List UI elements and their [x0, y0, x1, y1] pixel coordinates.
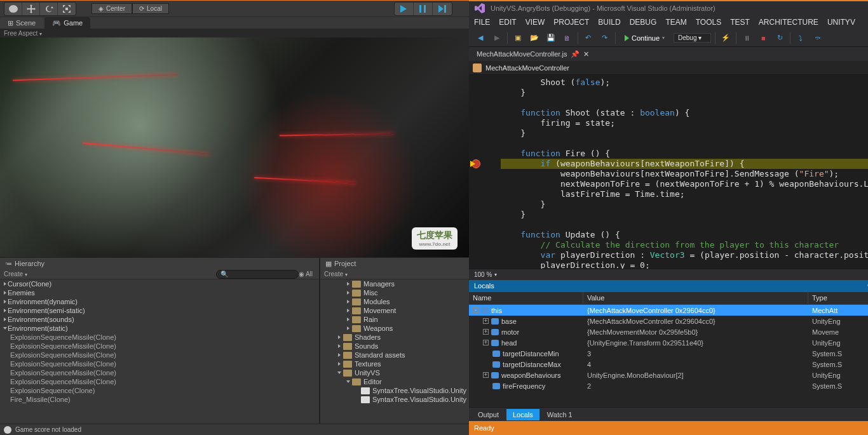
- project-item[interactable]: Movement: [332, 306, 469, 315]
- locals-row[interactable]: -this{MechAttackMoveController 0x29604cc…: [469, 305, 868, 316]
- tab-project[interactable]: ▦Project: [320, 258, 469, 269]
- hierarchy-item[interactable]: ExplosionSequence(Clone): [0, 386, 319, 395]
- project-item[interactable]: Textures: [332, 359, 469, 368]
- menu-unityv[interactable]: UNITYV: [827, 18, 855, 27]
- locals-row[interactable]: targetDistanceMin3System.S: [469, 348, 868, 359]
- move-tool[interactable]: [22, 3, 40, 15]
- menu-project[interactable]: PROJECT: [553, 18, 589, 27]
- hierarchy-item[interactable]: Environment(sounds): [0, 315, 319, 324]
- locals-row[interactable]: targetDistanceMax4System.S: [469, 359, 868, 370]
- menu-tools[interactable]: TOOLS: [696, 18, 721, 27]
- open-icon[interactable]: 📂: [528, 32, 541, 44]
- project-item[interactable]: Weapons: [332, 324, 469, 333]
- hierarchy-item[interactable]: ExplosionSequenceMissile(Clone): [0, 342, 319, 351]
- config-dropdown[interactable]: Debug ▾: [674, 33, 711, 43]
- step-over-icon[interactable]: ⤼: [811, 32, 824, 44]
- bottom-tab-locals[interactable]: Locals: [506, 409, 539, 420]
- locals-row[interactable]: fireFrequency2System.S: [469, 380, 868, 391]
- locals-header-type[interactable]: Type: [808, 292, 868, 304]
- pin-icon[interactable]: 📌: [571, 50, 580, 58]
- document-tab[interactable]: MechAttackMoveController.js 📌 ✕: [471, 48, 594, 60]
- hierarchy-item[interactable]: Environment(static): [0, 324, 319, 333]
- menu-build[interactable]: BUILD: [598, 18, 620, 27]
- locals-header-value[interactable]: Value: [583, 292, 808, 304]
- bottom-tab-watch1[interactable]: Watch 1: [541, 409, 579, 420]
- save-icon[interactable]: 💾: [545, 32, 557, 44]
- hierarchy-item[interactable]: Cursor(Clone): [0, 279, 319, 288]
- project-item[interactable]: Standard assets: [332, 351, 469, 359]
- project-item[interactable]: Editor: [332, 377, 469, 386]
- locals-header-name[interactable]: Name: [469, 292, 583, 304]
- hierarchy-item[interactable]: ExplosionSequenceMissile(Clone): [0, 368, 319, 377]
- hierarchy-item[interactable]: ExplosionSequenceMissile(Clone): [0, 333, 319, 342]
- watermark: 七度苹果 www.7do.net: [412, 227, 458, 250]
- vs-nav-bar[interactable]: MechAttackMoveController: [469, 61, 868, 75]
- code-editor[interactable]: Shoot (false); } function Shoot (state :…: [469, 75, 868, 269]
- unity-editor: ◈Center ⟳Local ⊞Scene 🎮Game Free Aspect …: [0, 0, 469, 435]
- aspect-dropdown[interactable]: Free Aspect ▾: [4, 30, 42, 37]
- scale-tool[interactable]: [58, 3, 76, 15]
- menu-file[interactable]: FILE: [474, 18, 490, 27]
- nav-fwd-icon[interactable]: ▶: [491, 32, 503, 44]
- step-into-icon[interactable]: ⤵: [794, 32, 807, 44]
- close-icon[interactable]: ✕: [583, 50, 589, 58]
- hierarchy-item[interactable]: Fire_Missile(Clone): [0, 395, 319, 404]
- play-button[interactable]: [395, 3, 414, 15]
- project-item[interactable]: Sounds: [332, 342, 469, 351]
- pivot-local-button[interactable]: ⟳Local: [132, 3, 169, 14]
- hierarchy-search[interactable]: 🔍: [216, 270, 299, 279]
- game-view[interactable]: 七度苹果 www.7do.net: [0, 37, 469, 257]
- hand-tool[interactable]: [4, 3, 22, 15]
- save-all-icon[interactable]: 🗎: [561, 32, 574, 44]
- tab-hierarchy[interactable]: ≔Hierarchy: [0, 258, 319, 269]
- vs-toolbar: ◀ ▶ ▣ 📂 💾 🗎 ↶ ↷ Continue ▾ Debug ▾ ⚡ ⏸ ■…: [469, 29, 868, 47]
- menu-edit[interactable]: EDIT: [499, 18, 516, 27]
- project-item[interactable]: SyntaxTree.VisualStudio.Unity: [332, 386, 469, 395]
- locals-panel-title: Locals ▾ 📌 ✕: [469, 280, 868, 292]
- break-all-icon[interactable]: ⏸: [740, 32, 753, 44]
- project-item[interactable]: Managers: [332, 279, 469, 288]
- project-item[interactable]: UnityVS: [332, 368, 469, 377]
- menu-debug[interactable]: DEBUG: [630, 18, 657, 27]
- menu-team[interactable]: TEAM: [665, 18, 686, 27]
- restart-icon[interactable]: ↻: [773, 32, 786, 44]
- project-create[interactable]: Create ▾: [324, 271, 348, 278]
- redo-icon[interactable]: ↷: [599, 32, 611, 44]
- project-item[interactable]: Rain: [332, 315, 469, 324]
- hierarchy-item[interactable]: ExplosionSequenceMissile(Clone): [0, 359, 319, 368]
- undo-icon[interactable]: ↶: [582, 32, 595, 44]
- menu-architecture[interactable]: ARCHITECTURE: [759, 18, 818, 27]
- pause-button[interactable]: [414, 3, 433, 15]
- menu-view[interactable]: VIEW: [526, 18, 545, 27]
- tab-game[interactable]: 🎮Game: [44, 17, 90, 29]
- locals-row[interactable]: +weaponBehavioursUnityEngine.MonoBehavio…: [469, 370, 868, 380]
- project-item[interactable]: Modules: [332, 297, 469, 306]
- hierarchy-create[interactable]: Create ▾: [4, 271, 27, 278]
- hierarchy-filter-all[interactable]: ◉ All: [299, 271, 313, 278]
- zoom-control[interactable]: 100 %▾: [469, 269, 868, 280]
- hierarchy-item[interactable]: Environment(dynamic): [0, 297, 319, 306]
- class-icon: [473, 64, 482, 72]
- pivot-center-button[interactable]: ◈Center: [92, 3, 132, 14]
- bottom-tab-output[interactable]: Output: [471, 409, 505, 420]
- hierarchy-item[interactable]: Environment(semi-static): [0, 306, 319, 315]
- rotate-tool[interactable]: [40, 3, 58, 15]
- stop-icon[interactable]: ■: [757, 32, 770, 44]
- locals-row[interactable]: +motor{MechMovementMotor 0x295fe5b0}Move…: [469, 326, 868, 337]
- tab-scene[interactable]: ⊞Scene: [0, 17, 43, 29]
- project-item[interactable]: Misc: [332, 288, 469, 297]
- hierarchy-item[interactable]: ExplosionSequenceMissile(Clone): [0, 351, 319, 359]
- project-item[interactable]: SyntaxTree.VisualStudio.Unity: [332, 395, 469, 404]
- vs-bottom-tabs: OutputLocalsWatch 1: [469, 407, 868, 421]
- nav-back-icon[interactable]: ◀: [474, 32, 487, 44]
- locals-row[interactable]: +base{MechAttackMoveController 0x29604cc…: [469, 316, 868, 326]
- hierarchy-item[interactable]: ExplosionSequenceMissile(Clone): [0, 377, 319, 386]
- hierarchy-item[interactable]: Enemies: [0, 288, 319, 297]
- project-item[interactable]: Shaders: [332, 333, 469, 342]
- attach-icon[interactable]: ⚡: [719, 32, 732, 44]
- locals-row[interactable]: +head{UnityEngine.Transform 0x29511e40}U…: [469, 337, 868, 348]
- menu-test[interactable]: TEST: [730, 18, 750, 27]
- new-item-icon[interactable]: ▣: [512, 32, 524, 44]
- continue-button[interactable]: Continue ▾: [620, 33, 670, 43]
- step-button[interactable]: [433, 3, 452, 15]
